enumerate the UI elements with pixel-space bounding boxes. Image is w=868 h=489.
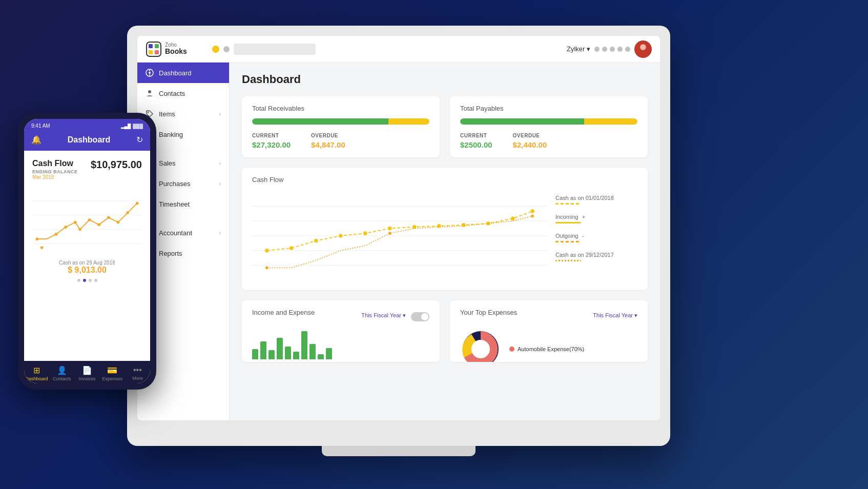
phone-nav-more-label: More bbox=[132, 376, 143, 381]
expense-item-auto: Automobile Expense(70%) bbox=[509, 346, 584, 352]
svg-point-40 bbox=[314, 239, 318, 243]
purchases-arrow: › bbox=[219, 181, 221, 187]
payables-current: CURRENT $2500.00 bbox=[460, 133, 492, 149]
sidebar-label-items: Items bbox=[159, 110, 175, 118]
sidebar-label-reports: Reports bbox=[159, 250, 182, 257]
sidebar-label-dashboard: Dashboard bbox=[159, 69, 192, 77]
logo-books: Books bbox=[165, 48, 187, 55]
avatar[interactable] bbox=[634, 40, 652, 58]
phone-nav-invoices[interactable]: 📄 Invoices bbox=[74, 365, 99, 381]
phone-section-title: Cash Flow bbox=[32, 159, 78, 168]
svg-point-38 bbox=[265, 249, 269, 253]
cashflow-card: Cash Flow bbox=[242, 168, 648, 290]
cashflow-svg-container bbox=[252, 190, 547, 282]
traffic-dot-gray bbox=[223, 46, 230, 52]
expense-dot-auto bbox=[509, 347, 514, 352]
phone-nav-invoices-icon: 📄 bbox=[82, 365, 92, 375]
legend-line-incoming bbox=[555, 222, 581, 223]
cashflow-legend: Cash as on 01/01/2018 Incoming + bbox=[555, 190, 637, 282]
svg-point-67 bbox=[117, 221, 120, 224]
sidebar-item-contacts[interactable]: Contacts bbox=[137, 83, 229, 104]
sidebar-label-banking: Banking bbox=[159, 131, 183, 138]
page-dot-4 bbox=[94, 279, 97, 282]
header-dots bbox=[594, 47, 630, 52]
svg-point-59 bbox=[36, 237, 39, 240]
phone-nav-expenses-label: Expenses bbox=[102, 376, 122, 381]
phone-status-bar: 9:41 AM ▂▄█ ▓▓▓ bbox=[24, 119, 150, 131]
page-dot-1 bbox=[77, 279, 80, 282]
svg-point-9 bbox=[149, 72, 151, 74]
sidebar-label-sales: Sales bbox=[159, 159, 176, 167]
user-name[interactable]: Zylker ▾ bbox=[567, 45, 590, 53]
dot1 bbox=[594, 47, 600, 52]
receivables-current: CURRENT $27,320.00 bbox=[252, 133, 291, 149]
main-layout: Dashboard Contacts Items › bbox=[137, 63, 660, 420]
top-bar-center bbox=[212, 44, 562, 55]
mini-bar-8 bbox=[309, 344, 316, 359]
payables-overdue: OVERDUE $2,440.00 bbox=[513, 133, 547, 149]
phone-content: Cash Flow ENDING BALANCE Mar 2018 $10,97… bbox=[24, 151, 150, 361]
top-bar: Zoho Books Zylker ▾ bbox=[137, 36, 660, 63]
receivables-title: Total Receivables bbox=[252, 105, 429, 112]
cashflow-title: Cash Flow bbox=[252, 176, 637, 184]
items-arrow: › bbox=[219, 111, 221, 117]
phone-nav-dashboard[interactable]: ⊞ Dashboard bbox=[24, 365, 49, 381]
top-expenses-header: Your Top Expenses This Fiscal Year ▾ bbox=[460, 309, 637, 322]
payables-current-label: CURRENT bbox=[460, 133, 492, 138]
payables-overdue-label: OVERDUE bbox=[513, 133, 547, 138]
phone-nav-more[interactable]: ••• More bbox=[125, 365, 150, 381]
svg-point-43 bbox=[388, 227, 392, 231]
svg-point-50 bbox=[265, 267, 268, 270]
mini-bar-2 bbox=[260, 341, 266, 359]
phone-cashflow-section: Cash Flow ENDING BALANCE Mar 2018 bbox=[32, 159, 78, 180]
phone-nav-contacts-label: Contacts bbox=[53, 376, 71, 381]
receivables-overdue-value: $4,847.00 bbox=[311, 140, 345, 149]
phone-header: 🔔 Dashboard ↻ bbox=[24, 131, 150, 151]
refresh-icon[interactable]: ↻ bbox=[136, 135, 143, 145]
bell-icon[interactable]: 🔔 bbox=[31, 135, 42, 145]
income-expense-header: Income and Expense This Fiscal Year ▾ bbox=[252, 309, 429, 322]
expenses-fiscal-filter[interactable]: This Fiscal Year ▾ bbox=[593, 312, 637, 319]
sidebar-label-purchases: Purchases bbox=[159, 180, 190, 188]
mini-bar-10 bbox=[326, 348, 332, 359]
logo-icon bbox=[146, 41, 162, 57]
svg-point-61 bbox=[64, 226, 67, 229]
mini-bar-4 bbox=[277, 338, 283, 359]
svg-point-49 bbox=[530, 209, 534, 213]
payables-stats: CURRENT $2500.00 OVERDUE $2,440.00 bbox=[460, 133, 637, 149]
income-toggle[interactable] bbox=[411, 312, 429, 321]
svg-rect-3 bbox=[149, 50, 153, 54]
legend-label-incoming: Incoming + bbox=[555, 214, 637, 220]
phone-cash-value: $ 9,013.00 bbox=[32, 266, 142, 275]
phone-nav-expenses[interactable]: 💳 Expenses bbox=[100, 365, 125, 381]
phone-ending-label: ENDING BALANCE bbox=[32, 169, 78, 174]
svg-rect-0 bbox=[147, 42, 161, 56]
phone-page-dots bbox=[32, 279, 142, 282]
phone-nav-invoices-label: Invoices bbox=[78, 376, 95, 381]
pie-area: Automobile Expense(70%) bbox=[460, 329, 637, 362]
svg-rect-1 bbox=[149, 44, 153, 48]
legend-label-cash-end: Cash as on 29/12/2017 bbox=[555, 252, 637, 258]
income-fiscal-filter[interactable]: This Fiscal Year ▾ bbox=[361, 312, 406, 319]
legend-item-outgoing: Outgoing - bbox=[555, 233, 637, 242]
phone-time: 9:41 AM bbox=[31, 123, 50, 129]
income-expense-title: Income and Expense bbox=[252, 309, 315, 316]
income-bar-chart bbox=[252, 329, 429, 359]
sidebar-label-timesheet: Timesheet bbox=[159, 200, 190, 208]
svg-point-54 bbox=[471, 340, 490, 358]
svg-rect-2 bbox=[155, 44, 159, 48]
dot3 bbox=[610, 47, 615, 52]
logo-text: Zoho Books bbox=[165, 42, 187, 55]
sidebar-item-dashboard[interactable]: Dashboard bbox=[137, 63, 229, 83]
phone-chart-area bbox=[32, 184, 142, 256]
phone-nav-contacts[interactable]: 👤 Contacts bbox=[49, 365, 74, 381]
sidebar-label-contacts: Contacts bbox=[159, 90, 185, 97]
phone-status-icons: ▂▄█ ▓▓▓ bbox=[121, 124, 143, 129]
expense-label-auto: Automobile Expense(70%) bbox=[518, 346, 584, 352]
svg-point-41 bbox=[339, 234, 343, 238]
bottom-cards-row: Income and Expense This Fiscal Year ▾ bbox=[242, 300, 648, 362]
receivables-current-value: $27,320.00 bbox=[252, 140, 291, 149]
phone-nav-dashboard-label: Dashboard bbox=[26, 376, 48, 381]
legend-line-cash-start bbox=[555, 203, 581, 205]
search-bar-top[interactable] bbox=[234, 44, 316, 55]
